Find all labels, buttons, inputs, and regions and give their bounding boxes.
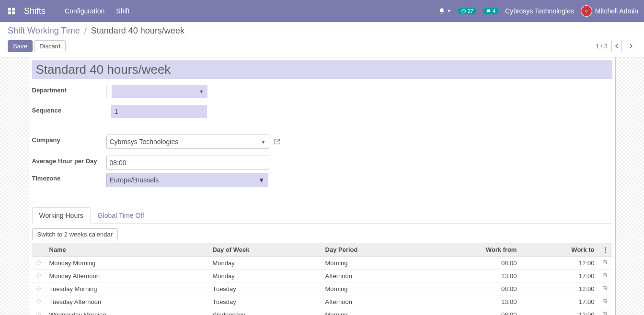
delete-row-icon[interactable] xyxy=(598,295,612,308)
table-row[interactable]: Tuesday MorningTuesdayMorning08:0012:00 xyxy=(32,282,612,295)
cell-from[interactable]: 08:00 xyxy=(423,308,520,315)
bell-icon[interactable]: ▼ xyxy=(438,8,451,14)
messaging-badge[interactable]: 4 xyxy=(483,8,498,14)
department-select[interactable]: ▼ xyxy=(112,85,207,98)
cell-from[interactable]: 08:00 xyxy=(423,282,520,295)
drag-handle-icon[interactable] xyxy=(32,270,46,282)
cell-period[interactable]: Morning xyxy=(322,308,423,315)
col-name[interactable]: Name xyxy=(46,243,209,257)
breadcrumb-current: Standard 40 hours/week xyxy=(91,26,184,35)
col-to[interactable]: Work to xyxy=(520,243,598,257)
cell-name[interactable]: Monday Morning xyxy=(46,257,209,270)
cell-to[interactable]: 12:00 xyxy=(520,308,598,315)
kebab-icon[interactable]: ⋮ xyxy=(602,246,609,253)
label-avg-hour: Average Hour per Day xyxy=(32,156,106,165)
col-day[interactable]: Day of Week xyxy=(208,243,321,257)
chevron-down-icon: ▼ xyxy=(261,139,266,145)
delete-row-icon[interactable] xyxy=(598,308,612,315)
cell-day[interactable]: Wednesday xyxy=(208,308,321,315)
pager-value[interactable]: 1 / 3 xyxy=(596,43,608,50)
company-name[interactable]: Cybrosys Technologies xyxy=(505,7,574,15)
notebook-tabs: Working Hours Global Time Off xyxy=(32,207,612,224)
external-link-icon[interactable] xyxy=(273,138,281,146)
table-row[interactable]: Monday AfternoonMondayAfternoon13:0017:0… xyxy=(32,270,612,282)
cell-period[interactable]: Morning xyxy=(322,282,423,295)
cell-to[interactable]: 12:00 xyxy=(520,282,598,295)
timezone-value: Europe/Brussels xyxy=(110,176,159,184)
svg-rect-0 xyxy=(8,8,11,11)
activity-count: 27 xyxy=(468,8,473,14)
label-department: Department xyxy=(32,85,106,94)
tab-global-time-off[interactable]: Global Time Off xyxy=(91,207,151,224)
drag-handle-icon[interactable] xyxy=(32,308,46,315)
menu-shift[interactable]: Shift xyxy=(116,7,129,15)
company-select[interactable]: Cybrosys Technologies ▼ xyxy=(106,135,269,149)
svg-point-11 xyxy=(38,314,39,315)
avatar: C xyxy=(581,5,592,17)
cell-period[interactable]: Afternoon xyxy=(322,295,423,308)
cell-to[interactable]: 12:00 xyxy=(520,257,598,270)
menu-configuration[interactable]: Configuration xyxy=(65,7,104,15)
sequence-input[interactable]: 1 xyxy=(111,105,207,118)
apps-icon[interactable] xyxy=(4,3,19,19)
avg-hour-input[interactable]: 08:00 xyxy=(106,156,269,170)
cell-day[interactable]: Tuesday xyxy=(208,282,321,295)
table-row[interactable]: Wednesday MorningWednesdayMorning08:0012… xyxy=(32,308,612,315)
table-row[interactable]: Monday MorningMondayMorning08:0012:00 xyxy=(32,257,612,270)
switch-calendar-button[interactable]: Switch to 2 weeks calendar xyxy=(32,228,118,240)
svg-point-7 xyxy=(38,262,39,263)
discard-button[interactable]: Discard xyxy=(34,40,66,52)
cell-to[interactable]: 17:00 xyxy=(520,270,598,282)
sequence-value: 1 xyxy=(115,108,118,115)
drag-handle-icon[interactable] xyxy=(32,295,46,308)
svg-rect-1 xyxy=(12,8,15,11)
activity-badge[interactable]: 27 xyxy=(458,8,476,14)
timezone-select[interactable]: Europe/Brussels ▼ xyxy=(106,173,268,187)
user-menu[interactable]: C Mitchell Admin xyxy=(581,5,638,17)
delete-row-icon[interactable] xyxy=(598,282,612,295)
col-period[interactable]: Day Period xyxy=(322,243,423,257)
working-hours-table: Name Day of Week Day Period Work from Wo… xyxy=(32,243,612,315)
cell-period[interactable]: Afternoon xyxy=(322,270,423,282)
cell-to[interactable]: 17:00 xyxy=(520,295,598,308)
breadcrumb-parent[interactable]: Shift Working Time xyxy=(8,26,80,35)
record-title-input[interactable] xyxy=(32,60,612,79)
delete-row-icon[interactable] xyxy=(598,257,612,270)
cell-day[interactable]: Monday xyxy=(208,270,321,282)
top-navbar: Shifts Configuration Shift ▼ 27 4 Cybros… xyxy=(0,0,644,22)
tab-working-hours[interactable]: Working Hours xyxy=(32,207,91,224)
svg-text:C: C xyxy=(585,10,587,13)
delete-row-icon[interactable] xyxy=(598,270,612,282)
svg-point-8 xyxy=(38,275,39,276)
breadcrumb: Shift Working Time / Standard 40 hours/w… xyxy=(8,26,636,36)
cell-from[interactable]: 13:00 xyxy=(423,295,520,308)
cell-from[interactable]: 13:00 xyxy=(423,270,520,282)
save-button[interactable]: Save xyxy=(8,40,33,52)
pager-next[interactable] xyxy=(626,40,636,52)
cell-name[interactable]: Monday Afternoon xyxy=(46,270,209,282)
cell-name[interactable]: Tuesday Afternoon xyxy=(46,295,209,308)
cell-name[interactable]: Tuesday Morning xyxy=(46,282,209,295)
drag-handle-icon[interactable] xyxy=(32,257,46,270)
drag-handle-icon[interactable] xyxy=(32,282,46,295)
app-name[interactable]: Shifts xyxy=(24,6,46,16)
breadcrumb-sep: / xyxy=(84,26,87,35)
user-name: Mitchell Admin xyxy=(595,7,638,15)
cell-day[interactable]: Monday xyxy=(208,257,321,270)
company-value: Cybrosys Technologies xyxy=(110,138,179,146)
cell-name[interactable]: Wednesday Morning xyxy=(46,308,209,315)
cell-from[interactable]: 08:00 xyxy=(423,257,520,270)
cell-period[interactable]: Morning xyxy=(322,257,423,270)
svg-point-9 xyxy=(38,288,39,289)
svg-rect-2 xyxy=(8,11,11,14)
cell-day[interactable]: Tuesday xyxy=(208,295,321,308)
svg-rect-3 xyxy=(12,11,15,14)
form-background: Department ▼ Sequence 1 xyxy=(0,57,644,315)
svg-point-10 xyxy=(38,301,39,302)
col-actions[interactable]: ⋮ xyxy=(598,243,612,257)
pager-prev[interactable] xyxy=(611,40,622,52)
form-sheet: Department ▼ Sequence 1 xyxy=(29,57,616,315)
table-row[interactable]: Tuesday AfternoonTuesdayAfternoon13:0017… xyxy=(32,295,612,308)
col-from[interactable]: Work from xyxy=(423,243,520,257)
label-company: Company xyxy=(32,135,106,144)
